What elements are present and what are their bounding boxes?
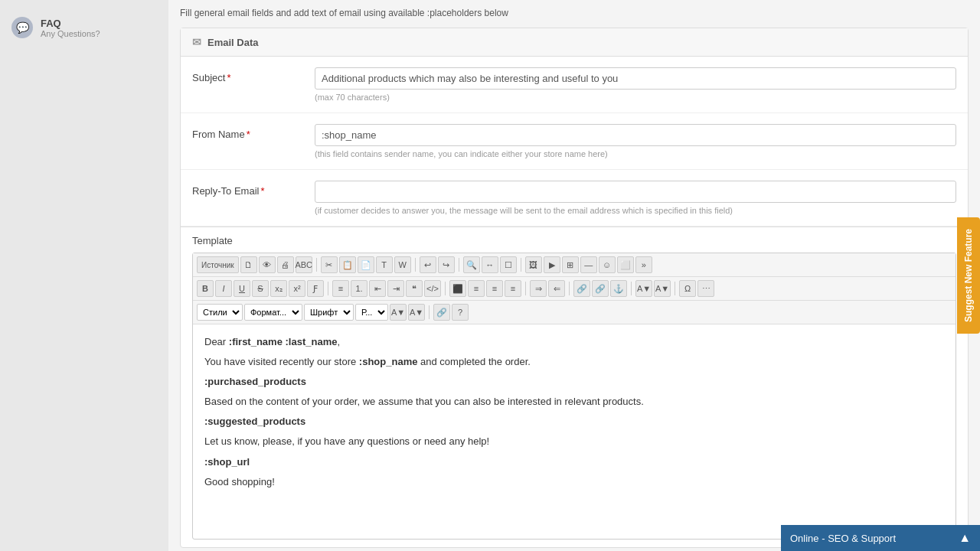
emoticon-btn[interactable]: ☺ xyxy=(599,256,616,273)
spell-btn[interactable]: ABC xyxy=(296,256,312,273)
ordered-list-btn[interactable]: 1. xyxy=(351,280,368,297)
superscript-btn[interactable]: x² xyxy=(289,280,305,297)
reply-to-row: Reply-To Email* (if customer decides to … xyxy=(181,170,968,227)
from-name-input[interactable] xyxy=(315,124,956,146)
more2-btn[interactable]: ⋯ xyxy=(697,280,714,297)
bg-color-picker-btn[interactable]: A▼ xyxy=(408,304,425,321)
align-center-btn[interactable]: ≡ xyxy=(468,280,485,297)
select-all-btn[interactable]: ☐ xyxy=(500,256,517,273)
paste-plain-btn[interactable]: T xyxy=(376,256,393,273)
code-btn[interactable]: </> xyxy=(424,280,441,297)
sep7 xyxy=(525,282,526,295)
email-line-7: :shop_url xyxy=(204,454,944,471)
align-left-btn[interactable]: ⬛ xyxy=(449,280,466,297)
card-header-title: Email Data xyxy=(207,37,258,48)
more-btn[interactable]: » xyxy=(635,256,652,273)
instruction-text: Fill general email fields and add text o… xyxy=(180,0,969,28)
bg-color-btn[interactable]: A▼ xyxy=(654,280,671,297)
flash-btn[interactable]: ▶ xyxy=(544,256,560,273)
print-btn[interactable]: 🖨 xyxy=(277,256,294,273)
align-justify-btn[interactable]: ≡ xyxy=(505,280,521,297)
style-select[interactable]: Стили xyxy=(197,304,243,321)
special-char-btn[interactable]: Ω xyxy=(679,280,696,297)
preview-btn[interactable]: 👁 xyxy=(259,256,276,273)
subject-input[interactable] xyxy=(315,67,956,90)
sep8 xyxy=(569,282,570,295)
template-section: Template Источник 🗋 👁 🖨 ABC ✂ 📋 📄 T xyxy=(181,227,968,547)
font-select[interactable]: Шрифт xyxy=(304,304,354,321)
toolbar-row-1: Источник 🗋 👁 🖨 ABC ✂ 📋 📄 T W ↩ ↪ xyxy=(193,253,956,277)
bottom-bar-close-btn[interactable]: ▲ xyxy=(959,531,971,545)
reply-to-field-wrapper: (if customer decides to answer you, the … xyxy=(315,181,956,215)
sidebar-item-faq[interactable]: 💬 FAQ Any Questions? xyxy=(0,8,168,47)
remove-format-btn[interactable]: Ƒ xyxy=(307,280,324,297)
subscript-btn[interactable]: x₂ xyxy=(270,280,287,297)
strikethrough-btn[interactable]: S xyxy=(252,280,269,297)
rtl-btn[interactable]: ⇐ xyxy=(548,280,565,297)
source-btn[interactable]: Источник xyxy=(197,256,239,273)
email-line-8: Good shopping! xyxy=(204,474,944,491)
image-btn[interactable]: 🖼 xyxy=(525,256,542,273)
sep4 xyxy=(521,258,521,272)
main-content: Fill general email fields and add text o… xyxy=(168,0,980,551)
email-line-1: Dear :first_name :last_name, xyxy=(204,334,944,350)
size-select[interactable]: Р... xyxy=(355,304,388,321)
indent-btn[interactable]: ⇥ xyxy=(387,280,404,297)
unordered-list-btn[interactable]: ≡ xyxy=(332,280,349,297)
iframe-btn[interactable]: ⬜ xyxy=(617,256,634,273)
toolbar-row-2: B I U S x₂ x² Ƒ ≡ 1. ⇤ ⇥ ❝ </> xyxy=(193,277,956,301)
about-btn[interactable]: ? xyxy=(452,304,469,321)
table-btn[interactable]: ⊞ xyxy=(562,256,579,273)
sep2 xyxy=(415,258,416,272)
paste-word-btn[interactable]: W xyxy=(394,256,411,273)
last-name-placeholder: :last_name xyxy=(286,336,338,347)
unlink-btn[interactable]: 🔗 xyxy=(592,280,609,297)
email-line-2: You have visited recently our store :sho… xyxy=(204,354,944,370)
redo-btn[interactable]: ↪ xyxy=(438,256,455,273)
suggest-feature-btn[interactable]: Suggest New Feature xyxy=(957,217,980,334)
ltr-btn[interactable]: ⇒ xyxy=(530,280,547,297)
subject-field-wrapper: (max 70 characters) xyxy=(315,67,956,102)
sep6 xyxy=(445,282,446,295)
anchor-btn[interactable]: ⚓ xyxy=(610,280,627,297)
new-doc-btn[interactable]: 🗋 xyxy=(240,256,257,273)
subject-hint: (max 70 characters) xyxy=(315,93,956,102)
cut-btn[interactable]: ✂ xyxy=(321,256,338,273)
align-right-btn[interactable]: ≡ xyxy=(486,280,503,297)
toolbar-row-3: Стили Формат... Шрифт Р... A▼ A▼ xyxy=(193,301,956,324)
bold-btn[interactable]: B xyxy=(197,280,214,297)
blockquote-btn[interactable]: ❝ xyxy=(406,280,423,297)
editor-body[interactable]: Dear :first_name :last_name, You have vi… xyxy=(193,324,956,539)
format-select[interactable]: Формат... xyxy=(244,304,302,321)
hline-btn[interactable]: — xyxy=(580,256,597,273)
undo-btn[interactable]: ↩ xyxy=(420,256,436,273)
sep9 xyxy=(631,282,632,295)
sep11 xyxy=(429,305,430,319)
reply-to-label: Reply-To Email* xyxy=(192,181,315,197)
purchased-products-placeholder: :purchased_products xyxy=(204,376,306,387)
subject-required: * xyxy=(227,72,230,83)
bottom-bar-text: Online - SEO & Support xyxy=(790,533,896,544)
email-line-3: :purchased_products xyxy=(204,373,944,390)
template-label: Template xyxy=(192,235,956,246)
font-color-picker-btn[interactable]: A▼ xyxy=(390,304,407,321)
find-btn[interactable]: 🔍 xyxy=(463,256,480,273)
outdent-btn[interactable]: ⇤ xyxy=(369,280,386,297)
faq-icon: 💬 xyxy=(11,17,33,38)
font-color-btn[interactable]: A▼ xyxy=(635,280,652,297)
bottom-bar: Online - SEO & Support ▲ xyxy=(781,525,980,551)
reply-to-input[interactable] xyxy=(315,181,956,203)
replace-btn[interactable]: ↔ xyxy=(482,256,498,273)
from-name-row: From Name* (this field contains sender n… xyxy=(181,113,968,170)
sep1 xyxy=(316,258,317,272)
underline-btn[interactable]: U xyxy=(234,280,250,297)
link2-btn[interactable]: 🔗 xyxy=(433,304,450,321)
italic-btn[interactable]: I xyxy=(215,280,232,297)
email-line-4: Based on the content of your order, we a… xyxy=(204,393,944,410)
copy-btn[interactable]: 📋 xyxy=(339,256,356,273)
faq-subtitle: Any Questions? xyxy=(41,29,100,38)
editor-container: Источник 🗋 👁 🖨 ABC ✂ 📋 📄 T W ↩ ↪ xyxy=(192,253,956,540)
link-btn[interactable]: 🔗 xyxy=(573,280,590,297)
envelope-icon: ✉ xyxy=(192,36,201,48)
paste-btn[interactable]: 📄 xyxy=(358,256,374,273)
